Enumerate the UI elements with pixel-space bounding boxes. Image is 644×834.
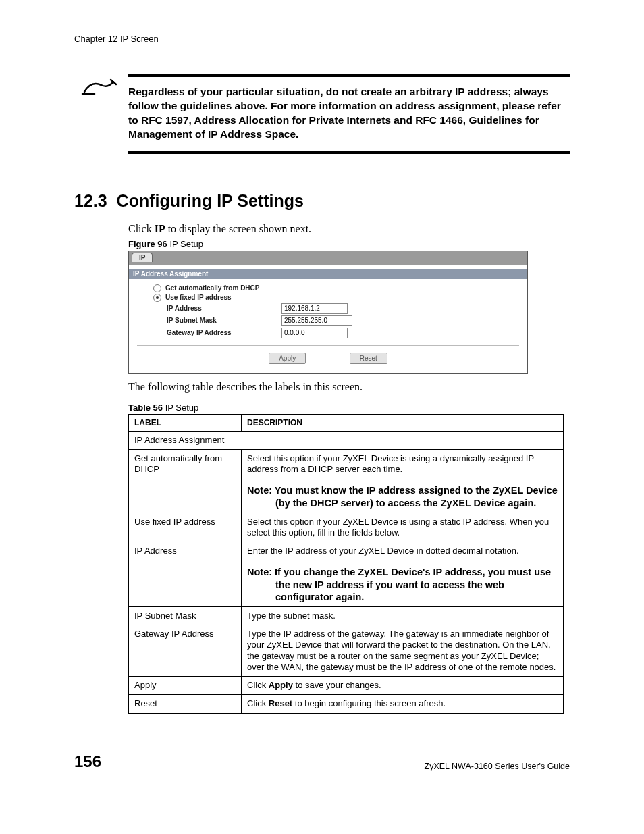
handwriting-icon xyxy=(81,77,118,97)
chapter-title: Chapter 12 IP Screen xyxy=(74,34,159,44)
table-caption: Table 56 IP Setup xyxy=(128,402,570,413)
table-cell-desc: Type the IP address of the gateway. The … xyxy=(242,625,564,677)
field-gateway-row: Gateway IP Address xyxy=(137,328,519,338)
footer-guide-name: ZyXEL NWA-3160 Series User's Guide xyxy=(425,762,570,771)
panel-subheader: IP Address Assignment xyxy=(129,269,527,279)
table-cell-desc: Enter the IP address of your ZyXEL Devic… xyxy=(242,542,564,607)
table-cell-label: Reset xyxy=(129,695,242,713)
field-label: IP Subnet Mask xyxy=(167,317,281,324)
note-text: Note: If you change the ZyXEL Device's I… xyxy=(275,566,558,602)
radio-icon[interactable] xyxy=(153,294,161,302)
table-cell-desc: Select this option if your ZyXEL Device … xyxy=(242,449,564,513)
radio-row-fixed[interactable]: Use fixed IP address xyxy=(137,294,519,302)
gateway-input[interactable] xyxy=(281,328,348,338)
note-callout: Regardless of your particular situation,… xyxy=(128,74,570,154)
reset-button[interactable]: Reset xyxy=(350,353,387,364)
callout-text: Regardless of your particular situation,… xyxy=(128,85,570,142)
settings-table: LABEL DESCRIPTION IP Address Assignment … xyxy=(128,414,564,714)
radio-label-dhcp: Get automatically from DHCP xyxy=(165,284,259,292)
section-heading: 12.3 Configuring IP Settings xyxy=(74,191,570,211)
divider xyxy=(137,345,519,346)
field-subnet-row: IP Subnet Mask xyxy=(137,315,519,326)
page-header: Chapter 12 IP Screen xyxy=(74,34,570,47)
section-intro: Click IP to display the screen shown nex… xyxy=(128,223,570,235)
subnet-mask-input[interactable] xyxy=(281,315,352,326)
table-cell-desc: Select this option if your ZyXEL Device … xyxy=(242,513,564,542)
table-cell-label: Use fixed IP address xyxy=(129,513,242,542)
table-cell-label: Apply xyxy=(129,677,242,695)
page-footer: 156 ZyXEL NWA-3160 Series User's Guide xyxy=(74,748,570,771)
section-title: Configuring IP Settings xyxy=(117,191,304,210)
ip-address-input[interactable] xyxy=(281,303,348,314)
radio-row-dhcp[interactable]: Get automatically from DHCP xyxy=(137,284,519,292)
table-cell-label: IP Address xyxy=(129,542,242,607)
note-text: Note: You must know the IP address assig… xyxy=(275,484,558,509)
figure-panel: IP IP Address Assignment Get automatical… xyxy=(128,251,528,374)
figure-caption: Figure 96 IP Setup xyxy=(128,239,570,249)
th-desc: DESCRIPTION xyxy=(242,414,564,431)
field-label: IP Address xyxy=(167,305,281,312)
table-cell-desc: Click Apply to save your changes. xyxy=(242,677,564,695)
tab-bar: IP xyxy=(129,251,527,265)
section-number: 12.3 xyxy=(74,191,107,210)
table-cell-label: Gateway IP Address xyxy=(129,625,242,677)
radio-icon[interactable] xyxy=(153,284,161,292)
table-cell-desc: Type the subnet mask. xyxy=(242,606,564,625)
radio-label-fixed: Use fixed IP address xyxy=(165,294,232,301)
tab-ip[interactable]: IP xyxy=(132,253,153,262)
table-intro: The following table describes the labels… xyxy=(128,381,570,393)
th-label: LABEL xyxy=(129,414,242,431)
page-number: 156 xyxy=(74,752,101,771)
table-cell-label: Get automatically from DHCP xyxy=(129,449,242,513)
apply-button[interactable]: Apply xyxy=(269,353,306,364)
field-ip-row: IP Address xyxy=(137,303,519,314)
field-label: Gateway IP Address xyxy=(167,329,281,336)
table-cell-label: IP Subnet Mask xyxy=(129,606,242,625)
table-row: IP Address Assignment xyxy=(129,431,564,449)
table-cell-desc: Click Reset to begin configuring this sc… xyxy=(242,695,564,713)
